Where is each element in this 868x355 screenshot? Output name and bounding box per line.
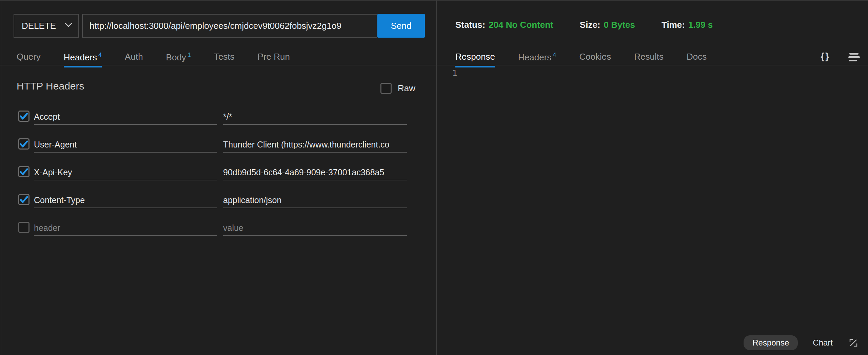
line-wrap-icon[interactable] (848, 52, 860, 61)
header-name-field[interactable]: Content-Type (34, 192, 217, 208)
time-value: 1.99 s (688, 20, 713, 30)
chevron-down-icon (64, 22, 73, 29)
header-name-placeholder[interactable]: header (34, 220, 217, 236)
chart-view-button[interactable]: Chart (813, 338, 833, 348)
header-value-field[interactable]: */* (223, 109, 407, 125)
header-row-content-type: Content-Type application/json (0, 191, 436, 219)
header-value-field[interactable]: 90db9d5d-6c64-4a69-909e-37001ac368a5 (223, 164, 407, 180)
response-status-row: Status:204 No Content Size:0 Bytes Time:… (455, 20, 713, 30)
response-view-button[interactable]: Response (744, 335, 798, 350)
method-label: DELETE (22, 21, 56, 31)
format-json-icon[interactable]: {} (821, 51, 830, 62)
url-row: DELETE Send (14, 14, 425, 38)
header-row-accept: Accept */* (0, 108, 436, 136)
status-badge: Status:204 No Content (455, 20, 553, 30)
header-name-field[interactable]: User-Agent (34, 136, 217, 153)
raw-checkbox[interactable] (380, 83, 392, 94)
header-value-placeholder[interactable]: value (223, 220, 407, 236)
row-checkbox-unchecked[interactable] (18, 222, 29, 233)
header-name-field[interactable]: Accept (34, 109, 217, 125)
url-input[interactable] (82, 14, 377, 38)
expand-icon[interactable] (848, 337, 859, 349)
body-count-badge: 1 (188, 52, 191, 58)
size-badge: Size:0 Bytes (580, 20, 635, 30)
time-badge: Time:1.99 s (662, 20, 713, 30)
response-headers-count-badge: 4 (553, 52, 556, 58)
header-value-field[interactable]: application/json (223, 192, 407, 208)
status-value: 204 No Content (489, 20, 553, 30)
editor-line-number: 1 (452, 68, 457, 78)
method-dropdown[interactable]: DELETE (14, 14, 79, 38)
header-name-field[interactable]: X-Api-Key (34, 164, 217, 180)
response-tabs-separator (437, 65, 868, 65)
row-checkbox-checked[interactable] (18, 194, 29, 205)
header-row-x-api-key: X-Api-Key 90db9d5d-6c64-4a69-909e-37001a… (0, 163, 436, 191)
response-panel: Status:204 No Content Size:0 Bytes Time:… (437, 0, 868, 355)
raw-toggle: Raw (380, 83, 415, 94)
header-value-field[interactable]: Thunder Client (https://www.thunderclien… (223, 136, 407, 153)
raw-label: Raw (398, 83, 415, 94)
header-row-user-agent: User-Agent Thunder Client (https://www.t… (0, 136, 436, 163)
send-button[interactable]: Send (377, 14, 425, 38)
response-toolbar-icons: {} (821, 51, 860, 62)
header-rows: Accept */* User-Agent Thunder Client (ht… (0, 108, 436, 247)
response-footer: Response Chart (744, 335, 859, 350)
header-row-empty: header value (0, 219, 436, 247)
http-headers-title: HTTP Headers (17, 80, 84, 92)
headers-count-badge: 4 (98, 52, 102, 58)
row-checkbox-checked[interactable] (18, 111, 29, 122)
row-checkbox-checked[interactable] (18, 138, 29, 150)
request-panel: DELETE Send Query Headers4 Auth Body1 Te… (0, 0, 436, 355)
row-checkbox-checked[interactable] (18, 166, 29, 177)
request-tabs-separator (0, 65, 436, 65)
size-value: 0 Bytes (604, 20, 635, 30)
